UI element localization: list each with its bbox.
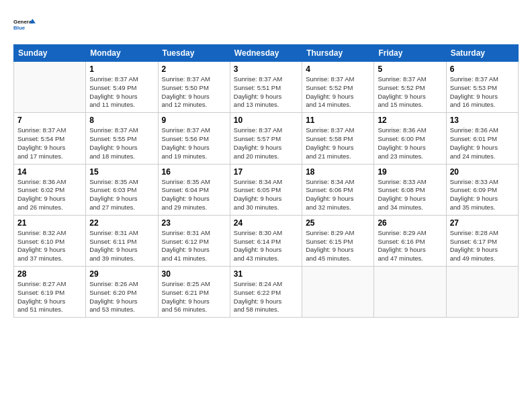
day-cell: 27Sunrise: 8:28 AM Sunset: 6:17 PM Dayli… [446,215,518,266]
week-row-4: 21Sunrise: 8:32 AM Sunset: 6:10 PM Dayli… [14,215,519,266]
day-cell: 30Sunrise: 8:25 AM Sunset: 6:21 PM Dayli… [158,267,230,318]
day-cell [302,267,374,318]
day-number: 30 [162,269,226,279]
day-info: Sunrise: 8:31 AM Sunset: 6:11 PM Dayligh… [89,229,154,263]
day-number: 14 [17,167,82,177]
day-number: 28 [17,269,82,279]
day-number: 31 [234,269,298,279]
day-number: 15 [89,167,154,177]
day-info: Sunrise: 8:29 AM Sunset: 6:16 PM Dayligh… [378,229,442,263]
day-info: Sunrise: 8:35 AM Sunset: 6:03 PM Dayligh… [89,178,154,212]
day-number: 27 [450,218,515,228]
day-info: Sunrise: 8:37 AM Sunset: 5:53 PM Dayligh… [450,75,515,109]
header-row: SundayMondayTuesdayWednesdayThursdayFrid… [14,45,519,62]
col-header-saturday: Saturday [446,45,518,62]
col-header-wednesday: Wednesday [230,45,302,62]
day-number: 8 [89,116,154,125]
day-cell [374,267,446,318]
day-info: Sunrise: 8:37 AM Sunset: 5:52 PM Dayligh… [378,75,442,109]
day-number: 19 [378,167,442,177]
day-cell: 24Sunrise: 8:30 AM Sunset: 6:14 PM Dayli… [230,215,302,266]
day-cell: 18Sunrise: 8:34 AM Sunset: 6:06 PM Dayli… [302,164,374,215]
day-number: 4 [306,64,370,74]
day-info: Sunrise: 8:33 AM Sunset: 6:08 PM Dayligh… [378,178,442,212]
col-header-tuesday: Tuesday [158,45,230,62]
day-cell: 2Sunrise: 8:37 AM Sunset: 5:50 PM Daylig… [158,62,230,113]
day-info: Sunrise: 8:28 AM Sunset: 6:17 PM Dayligh… [450,229,515,263]
day-cell: 16Sunrise: 8:35 AM Sunset: 6:04 PM Dayli… [158,164,230,215]
day-number: 25 [306,218,370,228]
day-cell: 7Sunrise: 8:37 AM Sunset: 5:54 PM Daylig… [14,113,86,164]
day-cell [14,62,86,113]
day-info: Sunrise: 8:34 AM Sunset: 6:05 PM Dayligh… [234,178,298,212]
day-cell: 9Sunrise: 8:37 AM Sunset: 5:56 PM Daylig… [158,113,230,164]
day-info: Sunrise: 8:37 AM Sunset: 5:58 PM Dayligh… [306,126,370,161]
day-number: 2 [162,64,226,74]
day-number: 10 [234,116,298,125]
day-cell: 4Sunrise: 8:37 AM Sunset: 5:52 PM Daylig… [302,62,374,113]
day-info: Sunrise: 8:37 AM Sunset: 5:54 PM Dayligh… [17,126,82,161]
svg-text:Blue: Blue [13,25,26,31]
day-number: 1 [89,64,154,74]
day-number: 23 [162,218,226,228]
day-number: 12 [378,116,442,125]
calendar: SundayMondayTuesdayWednesdayThursdayFrid… [13,44,519,318]
day-number: 24 [234,218,298,228]
week-row-2: 7Sunrise: 8:37 AM Sunset: 5:54 PM Daylig… [14,113,519,164]
day-number: 18 [306,167,370,177]
day-info: Sunrise: 8:37 AM Sunset: 5:56 PM Dayligh… [162,126,226,161]
day-info: Sunrise: 8:37 AM Sunset: 5:52 PM Dayligh… [306,75,370,109]
day-number: 29 [89,269,154,279]
day-cell: 20Sunrise: 8:33 AM Sunset: 6:09 PM Dayli… [446,164,518,215]
day-cell: 8Sunrise: 8:37 AM Sunset: 5:55 PM Daylig… [86,113,158,164]
day-number: 3 [234,64,298,74]
day-info: Sunrise: 8:36 AM Sunset: 6:01 PM Dayligh… [450,126,515,161]
day-info: Sunrise: 8:37 AM Sunset: 5:50 PM Dayligh… [162,75,226,109]
day-cell: 29Sunrise: 8:26 AM Sunset: 6:20 PM Dayli… [86,267,158,318]
day-cell: 31Sunrise: 8:24 AM Sunset: 6:22 PM Dayli… [230,267,302,318]
day-number: 5 [378,64,442,74]
day-number: 17 [234,167,298,177]
day-cell: 6Sunrise: 8:37 AM Sunset: 5:53 PM Daylig… [446,62,518,113]
col-header-monday: Monday [86,45,158,62]
day-cell: 26Sunrise: 8:29 AM Sunset: 6:16 PM Dayli… [374,215,446,266]
day-info: Sunrise: 8:33 AM Sunset: 6:09 PM Dayligh… [450,178,515,212]
col-header-friday: Friday [374,45,446,62]
day-cell: 22Sunrise: 8:31 AM Sunset: 6:11 PM Dayli… [86,215,158,266]
day-info: Sunrise: 8:37 AM Sunset: 5:49 PM Dayligh… [89,75,154,109]
day-cell: 14Sunrise: 8:36 AM Sunset: 6:02 PM Dayli… [14,164,86,215]
day-cell: 21Sunrise: 8:32 AM Sunset: 6:10 PM Dayli… [14,215,86,266]
day-cell: 3Sunrise: 8:37 AM Sunset: 5:51 PM Daylig… [230,62,302,113]
day-info: Sunrise: 8:26 AM Sunset: 6:20 PM Dayligh… [89,280,154,314]
day-info: Sunrise: 8:36 AM Sunset: 6:02 PM Dayligh… [17,178,82,212]
day-cell: 25Sunrise: 8:29 AM Sunset: 6:15 PM Dayli… [302,215,374,266]
day-info: Sunrise: 8:25 AM Sunset: 6:21 PM Dayligh… [162,280,226,314]
day-number: 7 [17,116,82,125]
day-info: Sunrise: 8:37 AM Sunset: 5:57 PM Dayligh… [234,126,298,161]
day-info: Sunrise: 8:29 AM Sunset: 6:15 PM Dayligh… [306,229,370,263]
week-row-1: 1Sunrise: 8:37 AM Sunset: 5:49 PM Daylig… [14,62,519,113]
day-info: Sunrise: 8:36 AM Sunset: 6:00 PM Dayligh… [378,126,442,161]
day-number: 16 [162,167,226,177]
col-header-thursday: Thursday [302,45,374,62]
logo: General Blue [13,13,67,36]
day-number: 26 [378,218,442,228]
day-cell: 1Sunrise: 8:37 AM Sunset: 5:49 PM Daylig… [86,62,158,113]
day-info: Sunrise: 8:27 AM Sunset: 6:19 PM Dayligh… [17,280,82,314]
day-cell: 19Sunrise: 8:33 AM Sunset: 6:08 PM Dayli… [374,164,446,215]
day-cell: 28Sunrise: 8:27 AM Sunset: 6:19 PM Dayli… [14,267,86,318]
week-row-5: 28Sunrise: 8:27 AM Sunset: 6:19 PM Dayli… [14,267,519,318]
day-cell: 17Sunrise: 8:34 AM Sunset: 6:05 PM Dayli… [230,164,302,215]
day-cell: 10Sunrise: 8:37 AM Sunset: 5:57 PM Dayli… [230,113,302,164]
day-info: Sunrise: 8:37 AM Sunset: 5:51 PM Dayligh… [234,75,298,109]
day-number: 21 [17,218,82,228]
week-row-3: 14Sunrise: 8:36 AM Sunset: 6:02 PM Dayli… [14,164,519,215]
day-cell: 23Sunrise: 8:31 AM Sunset: 6:12 PM Dayli… [158,215,230,266]
day-info: Sunrise: 8:30 AM Sunset: 6:14 PM Dayligh… [234,229,298,263]
day-number: 11 [306,116,370,125]
day-number: 9 [162,116,226,125]
day-cell: 11Sunrise: 8:37 AM Sunset: 5:58 PM Dayli… [302,113,374,164]
logo-svg: General Blue [13,13,36,36]
header: General Blue [13,13,519,36]
day-info: Sunrise: 8:32 AM Sunset: 6:10 PM Dayligh… [17,229,82,263]
